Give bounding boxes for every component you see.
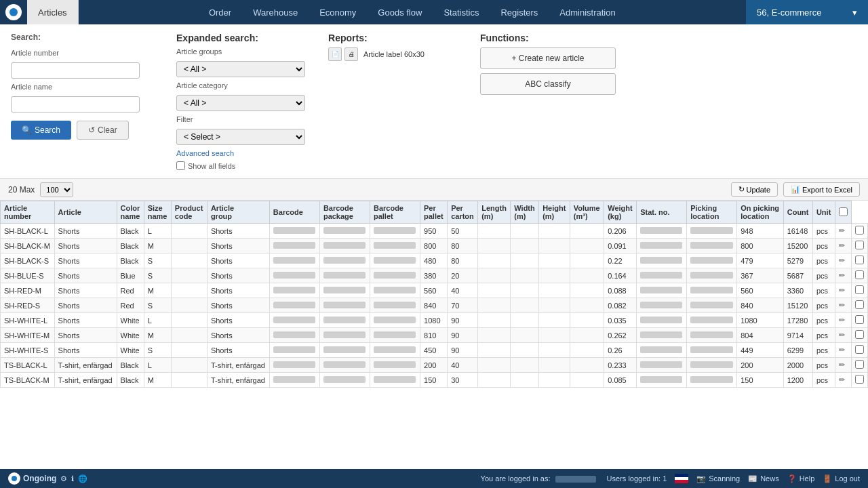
col-bar-pal[interactable]: Barcodepallet (370, 201, 420, 224)
row-checkbox[interactable] (855, 375, 864, 384)
row-checkbox[interactable] (855, 241, 864, 249)
col-select-all[interactable] (835, 201, 851, 224)
advanced-search-link[interactable]: Advanced search (176, 149, 312, 157)
col-art-num[interactable]: Articlenumber (1, 201, 55, 224)
col-per-pal[interactable]: Perpallet (420, 201, 448, 224)
functions-title: Functions: (480, 33, 857, 43)
row-checkbox[interactable] (855, 256, 864, 264)
col-art-group[interactable]: Articlegroup (207, 201, 269, 224)
col-stat[interactable]: Stat. no. (637, 201, 687, 224)
abc-classify-button[interactable]: ABC classify (480, 73, 616, 95)
col-prod-code[interactable]: Productcode (171, 201, 207, 224)
search-icon: 🔍 (22, 125, 32, 135)
row-checkbox[interactable] (855, 300, 864, 309)
col-article[interactable]: Article (54, 201, 117, 224)
scanning-label: Scanning (709, 474, 740, 483)
logged-in-label: You are logged in as: (481, 474, 551, 483)
nav-administration[interactable]: Administration (549, 0, 626, 24)
table-row: SH-RED-SShortsRedSShorts████████████████… (1, 298, 868, 313)
nav-goodsflow[interactable]: Goods flow (367, 0, 433, 24)
gear-icon[interactable]: ⚙ (60, 474, 67, 483)
article-number-label: Article number (11, 49, 160, 57)
edit-icon[interactable]: ✏ (839, 316, 845, 324)
nav-registers[interactable]: Registers (490, 0, 549, 24)
nav-order[interactable]: Order (198, 0, 242, 24)
nav-statistics[interactable]: Statistics (433, 0, 490, 24)
logo-inner (9, 8, 18, 16)
table-row: TS-BLACK-LT-shirt, enfärgadBlackLT-shirt… (1, 358, 868, 373)
edit-icon[interactable]: ✏ (839, 331, 845, 339)
edit-icon[interactable]: ✏ (839, 375, 845, 384)
per-page-select[interactable]: 100 (40, 182, 73, 197)
company-selector[interactable]: 56, E-commerce ▾ (746, 0, 868, 24)
col-barcode[interactable]: Barcode (269, 201, 319, 224)
nav-economy[interactable]: Economy (309, 0, 367, 24)
print-icon[interactable]: 🖨 (344, 47, 358, 61)
groups-label: Article groups (176, 47, 312, 56)
row-checkbox[interactable] (855, 315, 864, 324)
edit-icon[interactable]: ✏ (839, 226, 845, 235)
col-count[interactable]: Count (783, 201, 812, 224)
article-category-select[interactable]: < All > (176, 95, 305, 111)
clear-button[interactable]: ↺ Clear (77, 121, 129, 140)
globe-icon[interactable]: 🌐 (78, 474, 87, 483)
article-groups-select[interactable]: < All > (176, 61, 305, 77)
col-unit[interactable]: Unit (812, 201, 835, 224)
filter-select[interactable]: < Select > (176, 129, 305, 145)
col-color[interactable]: Colorname (117, 201, 144, 224)
show-all-checkbox[interactable] (176, 161, 185, 170)
create-article-button[interactable]: + Create new article (480, 47, 616, 69)
news-item[interactable]: 📰 News (748, 474, 779, 483)
row-checkbox[interactable] (855, 330, 864, 339)
col-hei[interactable]: Height(m) (539, 201, 570, 224)
edit-icon[interactable]: ✏ (839, 256, 845, 264)
articles-tab[interactable]: Articles (27, 0, 79, 24)
col-len[interactable]: Length(m) (478, 201, 511, 224)
logo-circle (5, 4, 22, 20)
table-row: SH-BLACK-LShortsBlackLShorts████████████… (1, 224, 868, 239)
edit-icon[interactable]: ✏ (839, 271, 845, 279)
col-vol[interactable]: Volume(m³) (570, 201, 604, 224)
row-checkbox[interactable] (855, 226, 864, 235)
reports-section: Reports: 📄 🖨 Article label 60x30 (328, 33, 464, 170)
row-checkbox[interactable] (855, 285, 864, 294)
news-icon: 📰 (748, 474, 757, 483)
info-icon[interactable]: ℹ (71, 474, 74, 483)
company-name: 56, E-commerce (757, 7, 821, 18)
edit-icon[interactable]: ✏ (839, 346, 845, 354)
col-weight[interactable]: Weight(kg) (604, 201, 637, 224)
row-checkbox[interactable] (855, 360, 864, 369)
article-number-input[interactable] (11, 62, 140, 79)
select-all-checkbox[interactable] (839, 207, 848, 216)
article-name-input[interactable] (11, 96, 140, 113)
col-pick-loc[interactable]: Pickinglocation (687, 201, 737, 224)
reports-title: Reports: (328, 33, 464, 43)
help-item[interactable]: ❓ Help (787, 474, 815, 483)
table-row: SH-WHITE-MShortsWhiteMShorts████████████… (1, 328, 868, 343)
edit-icon[interactable]: ✏ (839, 301, 845, 309)
logout-label: Log out (835, 474, 860, 483)
row-checkbox[interactable] (855, 270, 864, 279)
col-size[interactable]: Sizename (144, 201, 171, 224)
status-right: You are logged in as: Users logged in: 1… (481, 474, 860, 483)
export-btn-label: Export to Excel (802, 186, 852, 194)
edit-icon[interactable]: ✏ (839, 361, 845, 369)
nav-links: Order Warehouse Economy Goods flow Stati… (79, 0, 746, 24)
flag-icon[interactable] (675, 474, 688, 483)
scanning-item[interactable]: 📷 Scanning (696, 474, 740, 483)
logout-item[interactable]: 🚪 Log out (823, 474, 860, 483)
col-bar-pkg[interactable]: Barcodepackage (319, 201, 370, 224)
export-button[interactable]: 📊 Export to Excel (783, 182, 860, 197)
col-wid[interactable]: Width(m) (511, 201, 539, 224)
search-button[interactable]: 🔍 Search (11, 121, 71, 140)
pdf-icon[interactable]: 📄 (328, 47, 342, 61)
update-button[interactable]: ↻ Update (731, 182, 778, 197)
col-per-car[interactable]: Percarton (448, 201, 478, 224)
edit-icon[interactable]: ✏ (839, 241, 845, 249)
col-on-pick[interactable]: On pickinglocation (737, 201, 783, 224)
table-row: SH-BLACK-MShortsBlackMShorts████████████… (1, 239, 868, 253)
toolbar-right: ↻ Update 📊 Export to Excel (731, 182, 860, 197)
nav-warehouse[interactable]: Warehouse (242, 0, 309, 24)
row-checkbox[interactable] (855, 345, 864, 354)
edit-icon[interactable]: ✏ (839, 286, 845, 294)
